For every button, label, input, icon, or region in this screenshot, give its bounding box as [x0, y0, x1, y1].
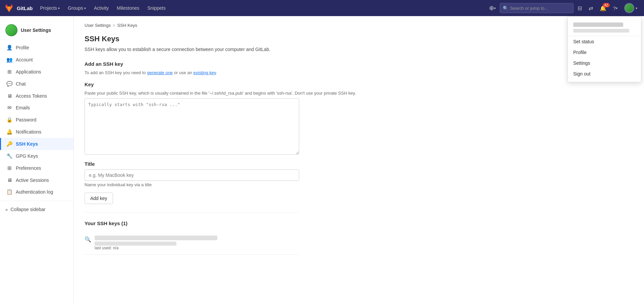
- existing-key-link[interactable]: existing key: [194, 70, 216, 75]
- avatar: [624, 3, 634, 13]
- key-name-blurred: [95, 236, 217, 240]
- collapse-icon: «: [5, 207, 8, 212]
- user-dropdown: Set status Profile Settings Sign out: [568, 16, 641, 82]
- sidebar-item-password[interactable]: 🔒 Password: [0, 114, 73, 126]
- password-icon: 🔒: [6, 117, 12, 123]
- sidebar-item-notifications[interactable]: 🔔 Notifications: [0, 126, 73, 138]
- notifications-icon: 🔔: [6, 129, 12, 135]
- nav-snippets[interactable]: Snippets: [144, 4, 169, 12]
- add-key-button[interactable]: Add key: [85, 193, 113, 204]
- title-hint: Name your individual key via a title: [85, 182, 633, 187]
- gpg-keys-icon: 🔧: [6, 153, 12, 159]
- sidebar-collapse-button[interactable]: « Collapse sidebar: [0, 204, 73, 215]
- preferences-icon: ⊞: [6, 165, 12, 171]
- key-label: Key: [85, 82, 633, 87]
- panels-button[interactable]: ⊟: [575, 4, 585, 13]
- account-icon: 👥: [6, 57, 12, 63]
- table-row: 🔍 last used: n/a: [85, 232, 299, 255]
- main-content: User Settings > SSH Keys SSH Keys SSH ke…: [74, 16, 644, 303]
- merge-requests-button[interactable]: ⇄: [586, 4, 596, 13]
- breadcrumb: User Settings > SSH Keys: [85, 23, 633, 28]
- gitlab-logo[interactable]: GitLab: [4, 3, 33, 13]
- sidebar-divider: [0, 201, 73, 201]
- breadcrumb-separator: >: [113, 23, 115, 28]
- title-label: Title: [85, 161, 633, 167]
- generate-key-link[interactable]: generate one: [147, 70, 173, 75]
- search-bar[interactable]: 🔍: [500, 3, 574, 13]
- chevron-down-icon: ▾: [84, 6, 86, 10]
- sidebar-item-account[interactable]: 👥 Account: [0, 54, 73, 66]
- sidebar-item-emails[interactable]: ✉ Emails: [0, 102, 73, 114]
- dropdown-profile[interactable]: Profile: [568, 47, 641, 58]
- title-input[interactable]: [85, 169, 299, 181]
- nav-groups[interactable]: Groups ▾: [64, 4, 89, 12]
- ssh-keys-icon: 🔑: [6, 141, 12, 147]
- page-subtitle: SSH keys allow you to establish a secure…: [85, 46, 633, 53]
- dropdown-username-blurred: [573, 22, 623, 27]
- sidebar-item-active-sessions[interactable]: 🖥 Active Sessions: [0, 174, 73, 186]
- help-button[interactable]: ? ▾: [610, 4, 620, 12]
- add-ssh-key-section: Add an SSH key To add an SSH key you nee…: [85, 61, 633, 204]
- sidebar-item-preferences[interactable]: ⊞ Preferences: [0, 162, 73, 174]
- key-field: Key Paste your public SSH key, which is …: [85, 82, 633, 156]
- sidebar-item-profile[interactable]: 👤 Profile: [0, 42, 73, 54]
- user-avatar-button[interactable]: ▾: [622, 2, 640, 14]
- sidebar-item-gpg-keys[interactable]: 🔧 GPG Keys: [0, 150, 73, 162]
- authentication-log-icon: 📋: [6, 189, 12, 195]
- add-section-desc: To add an SSH key you need to generate o…: [85, 69, 633, 76]
- your-keys-section: Your SSH keys (1) 🔍 last used: n/a: [85, 220, 633, 255]
- notifications-badge: 42: [603, 3, 610, 7]
- nav-projects[interactable]: Projects ▾: [37, 4, 63, 12]
- nav-activity[interactable]: Activity: [91, 4, 112, 12]
- breadcrumb-current: SSH Keys: [117, 23, 137, 28]
- sidebar: User Settings 👤 Profile 👥 Account ⊞ Appl…: [0, 16, 74, 303]
- chevron-down-icon: ▾: [636, 6, 637, 10]
- section-divider: [85, 212, 299, 212]
- nav-milestones[interactable]: Milestones: [113, 4, 143, 12]
- dropdown-sign-out[interactable]: Sign out: [568, 68, 641, 79]
- notifications-button[interactable]: 🔔 42: [597, 4, 609, 13]
- key-last-used: last used: n/a: [95, 246, 299, 250]
- search-input[interactable]: [510, 6, 571, 11]
- emails-icon: ✉: [6, 105, 12, 111]
- brand-name: GitLab: [17, 5, 33, 11]
- key-textarea[interactable]: [85, 98, 299, 155]
- key-fingerprint-blurred: [95, 242, 176, 246]
- dropdown-set-status[interactable]: Set status: [568, 36, 641, 47]
- chat-icon: 💬: [6, 81, 12, 87]
- sidebar-nav: 👤 Profile 👥 Account ⊞ Applications 💬 Cha…: [0, 42, 73, 198]
- sidebar-item-applications[interactable]: ⊞ Applications: [0, 66, 73, 78]
- sidebar-item-ssh-keys[interactable]: 🔑 SSH Keys: [0, 138, 73, 150]
- chevron-down-icon: ▾: [58, 6, 60, 10]
- your-keys-title: Your SSH keys (1): [85, 220, 633, 226]
- topnav: GitLab Projects ▾ Groups ▾ Activity Mile…: [0, 0, 644, 16]
- dropdown-email-blurred: [573, 29, 629, 33]
- chevron-down-icon: ▾: [616, 6, 618, 10]
- breadcrumb-user-settings[interactable]: User Settings: [85, 23, 111, 28]
- key-description: Paste your public SSH key, which is usua…: [85, 90, 633, 97]
- sidebar-title: User Settings: [21, 28, 51, 33]
- page-title: SSH Keys: [85, 35, 633, 43]
- dropdown-user-info: [568, 19, 641, 36]
- sidebar-header: User Settings: [0, 21, 73, 42]
- sidebar-item-chat[interactable]: 💬 Chat: [0, 78, 73, 90]
- key-row-info: last used: n/a: [95, 236, 299, 250]
- new-item-button[interactable]: ⊕ ▾: [486, 3, 498, 13]
- access-tokens-icon: 🖥: [6, 93, 12, 99]
- title-field: Title Name your individual key via a tit…: [85, 161, 633, 187]
- sidebar-user-avatar: [5, 24, 17, 36]
- profile-icon: 👤: [6, 45, 12, 51]
- search-icon: 🔍: [503, 6, 508, 11]
- main-layout: User Settings 👤 Profile 👥 Account ⊞ Appl…: [0, 16, 644, 303]
- active-sessions-icon: 🖥: [6, 177, 12, 183]
- sidebar-item-authentication-log[interactable]: 📋 Authentication log: [0, 186, 73, 198]
- add-section-title: Add an SSH key: [85, 61, 633, 67]
- dropdown-settings[interactable]: Settings: [568, 58, 641, 68]
- chevron-down-icon: ▾: [494, 6, 496, 10]
- sidebar-item-access-tokens[interactable]: 🖥 Access Tokens: [0, 90, 73, 102]
- applications-icon: ⊞: [6, 69, 12, 75]
- key-row-icon: 🔍: [85, 236, 91, 243]
